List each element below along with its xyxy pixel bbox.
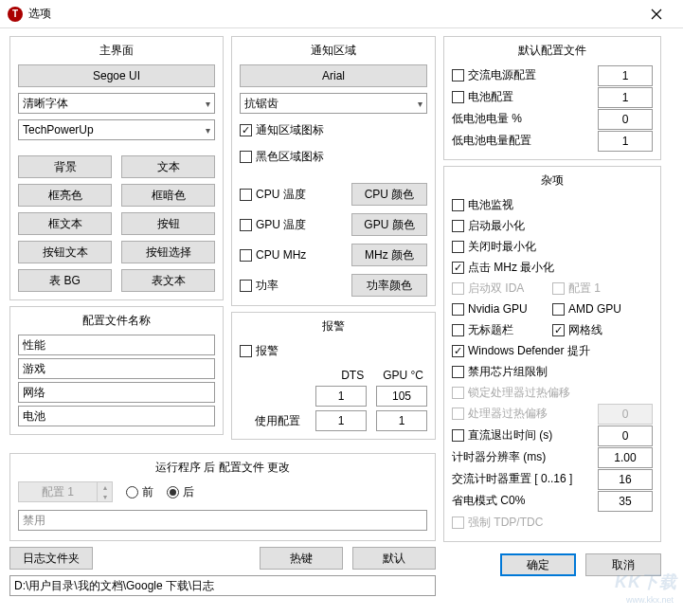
log-path-input[interactable]: D:\用户目录\我的文档\Google 下载\日志 [9,575,436,596]
chevron-down-icon: ▾ [206,99,210,109]
click-mhz-checkbox[interactable] [452,262,464,274]
main-font-button[interactable]: Segoe UI [18,64,215,87]
window-title: 选项 [28,6,638,22]
dc-exit-row[interactable]: 直流退出时间 (s) [452,426,598,446]
table-text-button[interactable]: 表文本 [121,269,215,292]
theme-value: TechPowerUp [23,123,94,136]
run-program-input[interactable]: 禁用 [18,510,427,531]
notitle-checkbox[interactable] [452,324,464,336]
start-min-checkbox[interactable] [452,220,464,232]
before-radio[interactable] [126,486,138,498]
defaults-button[interactable]: 默认 [352,547,436,570]
chipset-checkbox[interactable] [452,366,464,378]
cpu-color-button[interactable]: CPU 颜色 [351,183,427,206]
low-batt-pct-label: 低电池电量 % [452,111,598,127]
gpu-temp-row[interactable]: GPU 温度 [240,214,346,235]
cancel-button[interactable]: 取消 [585,553,661,576]
button-text-button[interactable]: 按钮文本 [18,241,112,263]
batt-profile-row[interactable]: 电池配置 [452,87,598,108]
power-row[interactable]: 功率 [240,275,346,296]
timer-res-input[interactable]: 1.00 [598,447,653,468]
batt-profile-checkbox[interactable] [452,91,464,103]
ac-profile-checkbox[interactable] [452,69,464,82]
profile-combo: 配置 1 ▴▾ [18,481,113,502]
ac-timer-input[interactable]: 16 [598,469,653,490]
nvidia-checkbox[interactable] [452,303,464,316]
cpu-temp-checkbox[interactable] [240,189,252,201]
ok-button[interactable]: 确定 [500,553,576,576]
low-batt-cfg-input[interactable]: 1 [598,131,653,152]
table-bg-button[interactable]: 表 BG [18,269,112,292]
app-icon: T [8,7,23,22]
black-icon-checkbox[interactable] [240,151,252,163]
amd-row[interactable]: AMD GPU [552,299,653,319]
tray-icon-checkbox[interactable] [240,124,252,136]
close-button[interactable] [638,0,675,28]
close-icon [651,9,662,20]
cpu-mhz-checkbox[interactable] [240,249,252,262]
theme-select[interactable]: TechPowerUp▾ [18,119,215,140]
alarm-dts-input[interactable]: 1 [315,386,367,407]
start-min-row[interactable]: 启动最小化 [452,215,653,236]
run-change-group: 运行程序 后 配置文件 更改 配置 1 ▴▾ 前 后 禁用 [9,453,436,541]
button-color-button[interactable]: 按钮 [121,212,215,235]
font-quality-select[interactable]: 清晰字体▾ [18,93,215,114]
gpu-temp-checkbox[interactable] [240,219,252,231]
after-radio-row[interactable]: 后 [167,481,194,502]
low-batt-pct-input[interactable]: 0 [598,109,653,130]
dc-exit-input[interactable]: 0 [598,426,653,446]
alarm-profile-dts-input[interactable]: 1 [315,410,367,431]
notify-font-button[interactable]: Arial [240,64,427,87]
profile4-input[interactable]: 电池 [18,406,215,426]
profile3-input[interactable]: 网络 [18,382,215,403]
amd-checkbox[interactable] [552,303,565,316]
grid-row[interactable]: 网格线 [552,319,653,340]
notitle-row[interactable]: 无标题栏 [452,319,552,340]
log-folder-button[interactable]: 日志文件夹 [9,547,93,570]
power-checkbox[interactable] [240,280,252,292]
chipset-row[interactable]: 禁用芯片组限制 [452,361,653,382]
defender-checkbox[interactable] [452,345,464,357]
button-sel-button[interactable]: 按钮选择 [121,241,215,263]
ac-profile-input[interactable]: 1 [598,65,653,86]
batt-profile-input[interactable]: 1 [598,87,653,108]
frame-text-button[interactable]: 框文本 [18,212,112,235]
c0-save-input[interactable]: 35 [598,491,653,512]
defender-row[interactable]: Windows Defender 提升 [452,340,653,361]
close-min-row[interactable]: 关闭时最小化 [452,236,653,257]
alarm-checkbox[interactable] [240,345,252,357]
text-color-button[interactable]: 文本 [121,155,215,178]
batt-mon-row[interactable]: 电池监视 [452,194,653,215]
antialiasing-select[interactable]: 抗锯齿▾ [240,93,427,114]
dc-exit-checkbox[interactable] [452,429,464,442]
cpu-temp-row[interactable]: CPU 温度 [240,184,346,205]
cpu-mhz-label: CPU MHz [256,248,306,262]
profile1-input[interactable]: 性能 [18,335,215,355]
close-min-checkbox[interactable] [452,241,464,253]
power-color-button[interactable]: 功率颜色 [351,274,427,297]
frame-light-button[interactable]: 框亮色 [18,184,112,207]
start-min-label: 启动最小化 [468,218,525,234]
profile2-input[interactable]: 游戏 [18,358,215,379]
hotkeys-button[interactable]: 热键 [260,547,343,570]
black-icon-row[interactable]: 黑色区域图标 [240,146,427,167]
watermark-url: www.kkx.net [626,595,674,605]
lock-offset-checkbox [452,387,464,399]
click-mhz-row[interactable]: 点击 MHz 最小化 [452,257,653,278]
alarm-row[interactable]: 报警 [240,340,427,361]
ac-profile-row[interactable]: 交流电源配置 [452,65,598,86]
alarm-gpu-input[interactable]: 105 [376,386,427,407]
bg-color-button[interactable]: 背景 [18,155,112,178]
mhz-color-button[interactable]: MHz 颜色 [351,244,427,266]
alarm-profile-gpu-input[interactable]: 1 [376,410,427,431]
gpu-color-button[interactable]: GPU 颜色 [351,213,427,236]
batt-mon-checkbox[interactable] [452,199,464,211]
run-change-title: 运行程序 后 配置文件 更改 [18,460,427,476]
frame-dark-button[interactable]: 框暗色 [121,184,215,207]
tray-icon-row[interactable]: 通知区域图标 [240,119,427,140]
after-radio[interactable] [167,486,179,498]
before-radio-row[interactable]: 前 [126,481,153,502]
grid-checkbox[interactable] [552,324,565,336]
nvidia-row[interactable]: Nvidia GPU [452,299,552,319]
cpu-mhz-row[interactable]: CPU MHz [240,245,346,265]
